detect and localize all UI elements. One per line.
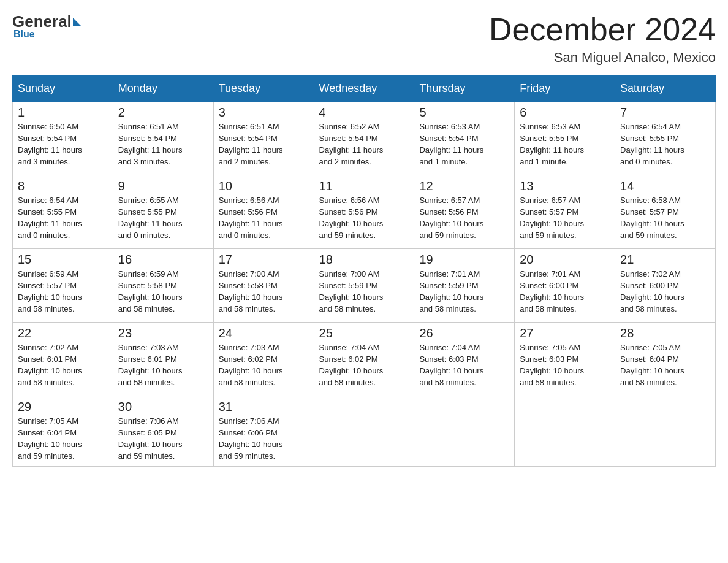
calendar-cell: 1Sunrise: 6:50 AMSunset: 5:54 PMDaylight… <box>13 102 113 175</box>
calendar-cell: 16Sunrise: 6:59 AMSunset: 5:58 PMDayligh… <box>113 249 213 323</box>
day-info: Sunrise: 7:03 AMSunset: 6:02 PMDaylight:… <box>219 342 309 388</box>
day-info: Sunrise: 6:57 AMSunset: 5:57 PMDaylight:… <box>520 195 610 241</box>
day-number: 1 <box>18 105 108 120</box>
day-info: Sunrise: 7:02 AMSunset: 6:00 PMDaylight:… <box>620 269 710 315</box>
day-number: 29 <box>18 400 108 414</box>
calendar-cell: 31Sunrise: 7:06 AMSunset: 6:06 PMDayligh… <box>213 396 314 466</box>
day-number: 19 <box>419 253 509 267</box>
calendar-cell: 5Sunrise: 6:53 AMSunset: 5:54 PMDaylight… <box>414 102 515 175</box>
day-number: 18 <box>319 253 409 267</box>
day-number: 31 <box>219 400 309 414</box>
day-info: Sunrise: 7:04 AMSunset: 6:02 PMDaylight:… <box>319 342 409 388</box>
day-info: Sunrise: 6:56 AMSunset: 5:56 PMDaylight:… <box>319 195 409 241</box>
day-number: 10 <box>219 179 309 193</box>
header-wednesday: Wednesday <box>314 76 414 102</box>
title-block: December 2024 San Miguel Analco, Mexico <box>489 12 716 66</box>
week-row-4: 22Sunrise: 7:02 AMSunset: 6:01 PMDayligh… <box>13 323 716 396</box>
day-info: Sunrise: 6:55 AMSunset: 5:55 PMDaylight:… <box>118 195 208 241</box>
day-info: Sunrise: 7:01 AMSunset: 5:59 PMDaylight:… <box>419 269 509 315</box>
day-info: Sunrise: 7:05 AMSunset: 6:04 PMDaylight:… <box>620 342 710 388</box>
day-info: Sunrise: 6:56 AMSunset: 5:56 PMDaylight:… <box>219 195 309 241</box>
day-number: 20 <box>520 253 610 267</box>
day-number: 14 <box>620 179 710 193</box>
day-info: Sunrise: 6:59 AMSunset: 5:57 PMDaylight:… <box>18 269 108 315</box>
calendar-cell: 2Sunrise: 6:51 AMSunset: 5:54 PMDaylight… <box>113 102 213 175</box>
calendar-cell: 15Sunrise: 6:59 AMSunset: 5:57 PMDayligh… <box>13 249 113 323</box>
calendar-cell <box>314 396 414 466</box>
day-number: 26 <box>419 326 509 340</box>
day-number: 2 <box>118 105 208 120</box>
day-number: 11 <box>319 179 409 193</box>
day-info: Sunrise: 7:03 AMSunset: 6:01 PMDaylight:… <box>118 342 208 388</box>
calendar-cell: 23Sunrise: 7:03 AMSunset: 6:01 PMDayligh… <box>113 323 213 396</box>
day-info: Sunrise: 6:59 AMSunset: 5:58 PMDaylight:… <box>118 269 208 315</box>
day-number: 25 <box>319 326 409 340</box>
day-info: Sunrise: 6:50 AMSunset: 5:54 PMDaylight:… <box>18 121 108 167</box>
calendar-cell: 11Sunrise: 6:56 AMSunset: 5:56 PMDayligh… <box>314 175 414 249</box>
day-info: Sunrise: 7:05 AMSunset: 6:03 PMDaylight:… <box>520 342 610 388</box>
day-info: Sunrise: 6:52 AMSunset: 5:54 PMDaylight:… <box>319 121 409 167</box>
day-number: 22 <box>18 326 108 340</box>
day-number: 15 <box>18 253 108 267</box>
header-sunday: Sunday <box>13 76 113 102</box>
page-header: General Blue December 2024 San Miguel An… <box>12 12 716 66</box>
day-number: 23 <box>118 326 208 340</box>
day-number: 27 <box>520 326 610 340</box>
day-number: 5 <box>419 105 509 120</box>
header-thursday: Thursday <box>414 76 515 102</box>
day-info: Sunrise: 7:02 AMSunset: 6:01 PMDaylight:… <box>18 342 108 388</box>
day-number: 9 <box>118 179 208 193</box>
calendar-cell: 13Sunrise: 6:57 AMSunset: 5:57 PMDayligh… <box>515 175 615 249</box>
calendar-cell: 7Sunrise: 6:54 AMSunset: 5:55 PMDaylight… <box>615 102 716 175</box>
day-info: Sunrise: 7:04 AMSunset: 6:03 PMDaylight:… <box>419 342 509 388</box>
calendar-cell: 20Sunrise: 7:01 AMSunset: 6:00 PMDayligh… <box>515 249 615 323</box>
day-number: 17 <box>219 253 309 267</box>
day-number: 3 <box>219 105 309 120</box>
header-row: Sunday Monday Tuesday Wednesday Thursday… <box>13 76 716 102</box>
calendar-cell <box>615 396 716 466</box>
calendar-cell: 18Sunrise: 7:00 AMSunset: 5:59 PMDayligh… <box>314 249 414 323</box>
calendar-cell: 24Sunrise: 7:03 AMSunset: 6:02 PMDayligh… <box>213 323 314 396</box>
calendar-cell: 22Sunrise: 7:02 AMSunset: 6:01 PMDayligh… <box>13 323 113 396</box>
calendar-cell <box>414 396 515 466</box>
day-info: Sunrise: 6:53 AMSunset: 5:55 PMDaylight:… <box>520 121 610 167</box>
day-number: 8 <box>18 179 108 193</box>
day-info: Sunrise: 6:53 AMSunset: 5:54 PMDaylight:… <box>419 121 509 167</box>
day-info: Sunrise: 7:01 AMSunset: 6:00 PMDaylight:… <box>520 269 610 315</box>
day-info: Sunrise: 6:58 AMSunset: 5:57 PMDaylight:… <box>620 195 710 241</box>
logo: General Blue <box>12 12 83 40</box>
day-info: Sunrise: 6:54 AMSunset: 5:55 PMDaylight:… <box>620 121 710 167</box>
day-info: Sunrise: 7:06 AMSunset: 6:05 PMDaylight:… <box>118 416 208 462</box>
day-info: Sunrise: 7:00 AMSunset: 5:59 PMDaylight:… <box>319 269 409 315</box>
day-info: Sunrise: 6:57 AMSunset: 5:56 PMDaylight:… <box>419 195 509 241</box>
calendar-cell: 9Sunrise: 6:55 AMSunset: 5:55 PMDaylight… <box>113 175 213 249</box>
header-friday: Friday <box>515 76 615 102</box>
day-info: Sunrise: 6:51 AMSunset: 5:54 PMDaylight:… <box>219 121 309 167</box>
calendar-cell: 12Sunrise: 6:57 AMSunset: 5:56 PMDayligh… <box>414 175 515 249</box>
calendar-cell <box>515 396 615 466</box>
calendar-cell: 21Sunrise: 7:02 AMSunset: 6:00 PMDayligh… <box>615 249 716 323</box>
calendar-cell: 17Sunrise: 7:00 AMSunset: 5:58 PMDayligh… <box>213 249 314 323</box>
week-row-1: 1Sunrise: 6:50 AMSunset: 5:54 PMDaylight… <box>13 102 716 175</box>
calendar-cell: 3Sunrise: 6:51 AMSunset: 5:54 PMDaylight… <box>213 102 314 175</box>
day-info: Sunrise: 7:05 AMSunset: 6:04 PMDaylight:… <box>18 416 108 462</box>
calendar-cell: 25Sunrise: 7:04 AMSunset: 6:02 PMDayligh… <box>314 323 414 396</box>
day-info: Sunrise: 7:06 AMSunset: 6:06 PMDaylight:… <box>219 416 309 462</box>
calendar-table: Sunday Monday Tuesday Wednesday Thursday… <box>12 75 716 466</box>
calendar-cell: 30Sunrise: 7:06 AMSunset: 6:05 PMDayligh… <box>113 396 213 466</box>
day-number: 24 <box>219 326 309 340</box>
calendar-cell: 26Sunrise: 7:04 AMSunset: 6:03 PMDayligh… <box>414 323 515 396</box>
calendar-cell: 19Sunrise: 7:01 AMSunset: 5:59 PMDayligh… <box>414 249 515 323</box>
week-row-3: 15Sunrise: 6:59 AMSunset: 5:57 PMDayligh… <box>13 249 716 323</box>
day-info: Sunrise: 6:51 AMSunset: 5:54 PMDaylight:… <box>118 121 208 167</box>
day-number: 16 <box>118 253 208 267</box>
day-number: 4 <box>319 105 409 120</box>
day-number: 21 <box>620 253 710 267</box>
calendar-cell: 27Sunrise: 7:05 AMSunset: 6:03 PMDayligh… <box>515 323 615 396</box>
day-number: 13 <box>520 179 610 193</box>
week-row-2: 8Sunrise: 6:54 AMSunset: 5:55 PMDaylight… <box>13 175 716 249</box>
day-number: 28 <box>620 326 710 340</box>
week-row-5: 29Sunrise: 7:05 AMSunset: 6:04 PMDayligh… <box>13 396 716 466</box>
logo-blue-text: Blue <box>12 29 35 40</box>
calendar-cell: 4Sunrise: 6:52 AMSunset: 5:54 PMDaylight… <box>314 102 414 175</box>
